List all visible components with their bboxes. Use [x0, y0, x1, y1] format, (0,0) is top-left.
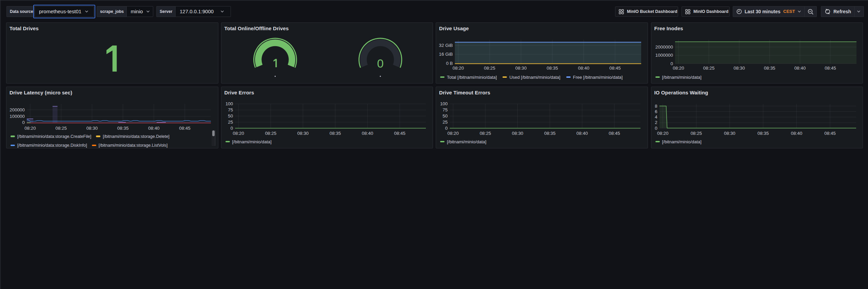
svg-text:08:30: 08:30: [515, 66, 527, 71]
svg-text:0 B: 0 B: [446, 61, 453, 66]
svg-text:08:40: 08:40: [578, 66, 590, 71]
svg-text:08:20: 08:20: [24, 126, 36, 131]
svg-text:08:45: 08:45: [394, 131, 406, 136]
svg-text:08:30: 08:30: [733, 66, 745, 71]
svg-text:100: 100: [225, 101, 233, 106]
svg-text:25: 25: [442, 120, 448, 125]
svg-text:08:30: 08:30: [86, 126, 98, 131]
svg-text:08:45: 08:45: [609, 66, 621, 71]
svg-text:4: 4: [655, 114, 657, 120]
svg-text:08:35: 08:35: [544, 131, 556, 136]
svg-text:08:25: 08:25: [703, 66, 714, 71]
svg-text:08:40: 08:40: [148, 126, 160, 131]
svg-text:08:30: 08:30: [512, 131, 524, 136]
svg-text:08:45: 08:45: [824, 131, 836, 136]
svg-text:08:35: 08:35: [117, 126, 129, 131]
svg-text:08:35: 08:35: [757, 131, 769, 136]
svg-text:0: 0: [377, 57, 383, 70]
svg-text:0: 0: [230, 126, 233, 131]
svg-text:08:20: 08:20: [233, 131, 244, 136]
svg-text:25: 25: [228, 120, 233, 125]
svg-text:08:35: 08:35: [329, 131, 341, 136]
svg-text:0: 0: [445, 126, 448, 131]
svg-text:08:25: 08:25: [265, 131, 276, 136]
svg-text:1000000: 1000000: [655, 53, 673, 58]
svg-text:08:25: 08:25: [690, 131, 702, 136]
svg-text:08:40: 08:40: [791, 131, 802, 136]
svg-text:100: 100: [440, 101, 448, 106]
svg-text:08:45: 08:45: [179, 126, 191, 131]
svg-text:16 GiB: 16 GiB: [439, 52, 453, 57]
svg-text:08:20: 08:20: [673, 66, 684, 71]
svg-text:08:40: 08:40: [576, 131, 588, 136]
svg-text:8: 8: [655, 104, 657, 109]
svg-text:08:35: 08:35: [764, 66, 775, 71]
svg-text:2000000: 2000000: [655, 44, 673, 50]
svg-text:08:25: 08:25: [480, 131, 491, 136]
svg-text:75: 75: [228, 107, 233, 112]
svg-text:6: 6: [655, 109, 657, 114]
svg-text:08:35: 08:35: [547, 66, 558, 71]
svg-text:08:20: 08:20: [453, 66, 464, 71]
svg-text:08:40: 08:40: [794, 66, 806, 71]
svg-text:0: 0: [22, 120, 25, 125]
svg-text:200000: 200000: [9, 107, 25, 112]
svg-text:08:45: 08:45: [825, 66, 836, 71]
svg-text:08:20: 08:20: [657, 131, 668, 136]
svg-text:08:30: 08:30: [297, 131, 309, 136]
svg-text:08:30: 08:30: [724, 131, 735, 136]
svg-text:0: 0: [655, 126, 657, 131]
svg-text:75: 75: [442, 107, 448, 112]
svg-text:100000: 100000: [9, 114, 25, 119]
svg-text:08:25: 08:25: [55, 126, 67, 131]
svg-text:50: 50: [228, 113, 233, 119]
svg-text:32 GiB: 32 GiB: [439, 43, 453, 48]
svg-text:08:40: 08:40: [362, 131, 373, 136]
svg-text:08:20: 08:20: [447, 131, 459, 136]
svg-text:08:45: 08:45: [609, 131, 620, 136]
svg-text:08:25: 08:25: [484, 66, 495, 71]
svg-text:50: 50: [442, 113, 448, 119]
svg-text:2: 2: [655, 120, 657, 125]
